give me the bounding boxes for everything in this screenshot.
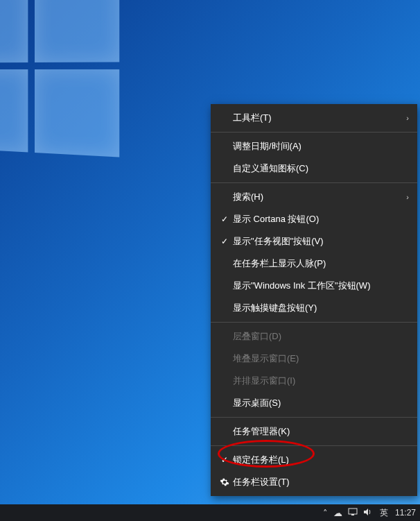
menu-item-label: 搜索(H)	[233, 191, 398, 203]
menu-item-label: 层叠窗口(D)	[233, 330, 409, 343]
menu-item[interactable]: ✓显示"任务视图"按钮(V)	[211, 230, 417, 253]
menu-item[interactable]: 调整日期/时间(A)	[211, 135, 417, 157]
tray-chevron-icon[interactable]: ˄	[323, 508, 328, 518]
menu-separator	[211, 182, 417, 183]
menu-separator	[211, 322, 417, 323]
menu-separator	[211, 417, 417, 418]
taskbar[interactable]: ˄ ☁ 英 11:27	[0, 504, 420, 521]
svg-rect-0	[349, 509, 357, 514]
onedrive-icon[interactable]: ☁	[333, 508, 342, 518]
menu-item: 并排显示窗口(I)	[211, 370, 417, 392]
menu-separator	[211, 132, 417, 133]
volume-icon[interactable]	[363, 508, 373, 518]
chevron-right-icon: ›	[398, 193, 409, 201]
menu-item[interactable]: ✓显示 Cortana 按钮(O)	[211, 208, 417, 230]
menu-item-label: 显示 Cortana 按钮(O)	[233, 213, 409, 225]
check-icon: ✓	[216, 455, 233, 465]
menu-item[interactable]: 显示"Windows Ink 工作区"按钮(W)	[211, 275, 417, 297]
menu-item-label: 显示"Windows Ink 工作区"按钮(W)	[233, 280, 409, 292]
logo-pane	[0, 0, 28, 63]
menu-item[interactable]: 工具栏(T)›	[211, 107, 417, 129]
menu-item-label: 在任务栏上显示人脉(P)	[233, 257, 409, 270]
menu-item[interactable]: 在任务栏上显示人脉(P)	[211, 253, 417, 275]
menu-item[interactable]: 搜索(H)›	[211, 186, 417, 208]
clock[interactable]: 11:27	[395, 508, 416, 518]
menu-item: 堆叠显示窗口(E)	[211, 348, 417, 370]
menu-item-label: 调整日期/时间(A)	[233, 140, 409, 153]
menu-item-label: 显示"任务视图"按钮(V)	[233, 235, 409, 248]
menu-item-label: 锁定任务栏(L)	[233, 454, 409, 466]
menu-item-label: 并排显示窗口(I)	[233, 375, 409, 387]
check-icon: ✓	[216, 214, 233, 224]
system-tray[interactable]: ˄ ☁	[323, 508, 373, 518]
chevron-right-icon: ›	[398, 114, 409, 122]
menu-item-label: 堆叠显示窗口(E)	[233, 352, 409, 365]
menu-item[interactable]: 显示桌面(S)	[211, 392, 417, 414]
ime-indicator[interactable]: 英	[380, 507, 388, 519]
logo-pane	[35, 69, 119, 157]
menu-item-label: 工具栏(T)	[233, 112, 398, 124]
taskbar-context-menu: 工具栏(T)›调整日期/时间(A)自定义通知图标(C)搜索(H)›✓显示 Cor…	[211, 104, 417, 496]
network-icon[interactable]	[348, 508, 358, 518]
menu-item: 层叠窗口(D)	[211, 325, 417, 348]
menu-item[interactable]: 自定义通知图标(C)	[211, 157, 417, 180]
menu-separator	[211, 445, 417, 446]
menu-item-label: 自定义通知图标(C)	[233, 162, 409, 175]
gear-icon	[216, 477, 233, 487]
menu-item[interactable]: 任务管理器(K)	[211, 420, 417, 443]
menu-item[interactable]: 任务栏设置(T)	[211, 471, 417, 493]
svg-rect-1	[351, 514, 354, 515]
menu-item[interactable]: 显示触摸键盘按钮(Y)	[211, 297, 417, 319]
menu-item-label: 显示桌面(S)	[233, 397, 409, 409]
logo-pane	[35, 0, 119, 62]
menu-item-label: 任务管理器(K)	[233, 425, 409, 438]
logo-pane	[0, 69, 28, 152]
menu-item[interactable]: ✓锁定任务栏(L)	[211, 449, 417, 471]
windows-logo	[0, 0, 127, 165]
menu-item-label: 显示触摸键盘按钮(Y)	[233, 302, 409, 314]
check-icon: ✓	[216, 237, 233, 246]
menu-item-label: 任务栏设置(T)	[233, 476, 409, 488]
